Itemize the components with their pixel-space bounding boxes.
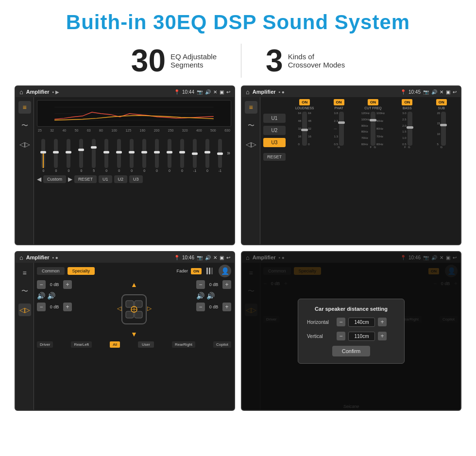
vert-minus-btn[interactable]: − (337, 332, 345, 340)
phat-slider[interactable] (339, 112, 344, 146)
prev-arrow-1[interactable]: ◀ (37, 176, 41, 183)
eq-number: 30 (131, 45, 166, 76)
window-icon-2[interactable]: ▣ (446, 89, 450, 95)
db-plus-bl[interactable]: + (63, 303, 72, 311)
record-icon-2: ▪ ● (279, 89, 285, 95)
u3-cross[interactable]: U3 (263, 138, 286, 147)
eq-bar-4[interactable]: 0 (76, 139, 87, 172)
u2-cross[interactable]: U2 (263, 126, 286, 135)
db-plus-br[interactable]: + (222, 303, 231, 311)
db-plus-tl[interactable]: + (63, 280, 72, 289)
rearleft-label[interactable]: RearLeft (71, 341, 92, 348)
eq-bar-14[interactable]: 0 (202, 139, 213, 172)
eq-bar-15[interactable]: -1 (214, 139, 225, 172)
back-icon-1[interactable]: ↩ (226, 89, 230, 95)
db-plus-tr[interactable]: + (222, 280, 231, 289)
eq-icon-1[interactable]: ≡ (18, 101, 31, 114)
db-minus-tl[interactable]: − (37, 280, 46, 289)
home-icon-2[interactable]: ⌂ (246, 88, 250, 96)
window-icon-1[interactable]: ▣ (220, 89, 224, 95)
eq-icon-3[interactable]: ≡ (18, 267, 31, 279)
down-arrow-fader[interactable]: ▼ (131, 330, 137, 338)
home-icon-3[interactable]: ⌂ (19, 254, 23, 261)
eq-bar-8[interactable]: 0 (126, 139, 137, 172)
record-icon-1: ▪ ▶ (52, 89, 59, 95)
user-label[interactable]: User (138, 341, 154, 348)
freq-320: 320 (182, 129, 188, 132)
confirm-button[interactable]: Confirm (332, 346, 371, 356)
loudness-slider[interactable] (302, 112, 307, 146)
u1-btn-1[interactable]: U1 (99, 175, 112, 183)
back-icon-3[interactable]: ↩ (226, 255, 230, 260)
freq-80: 80 (99, 129, 103, 132)
fader-on[interactable]: ON (191, 268, 202, 274)
close-icon-1[interactable]: ✕ (213, 89, 217, 95)
cutfreq-slider[interactable] (371, 112, 375, 146)
speaker-tr: 🔊 (196, 292, 204, 300)
db-minus-bl[interactable]: − (37, 303, 46, 311)
db-value-tr: 0 dB (207, 282, 221, 287)
db-minus-br[interactable]: − (196, 303, 205, 311)
eq-bar-9[interactable]: 0 (139, 139, 150, 172)
phat-toggle[interactable]: ON (334, 99, 344, 105)
distance-dialog: Car speaker distance setting Horizontal … (298, 299, 405, 364)
speaker-tl: 🔊 (37, 292, 45, 300)
eq-bar-7[interactable]: 0 (114, 139, 125, 172)
close-icon-3[interactable]: ✕ (213, 255, 217, 260)
vol-sidebar-icon-3[interactable]: ◁▷ (18, 304, 31, 316)
screen-4-distance: ⌂ Amplifier ▪ ● 📍 10:46 📷 🔊 ✕ ▣ ↩ ≡ (241, 251, 461, 411)
eq-bar-13[interactable]: -1 (189, 139, 200, 172)
sub-toggle[interactable]: ON (436, 99, 447, 105)
horiz-plus-btn[interactable]: + (378, 318, 387, 326)
back-icon-2[interactable]: ↩ (453, 89, 457, 95)
loudness-toggle[interactable]: ON (299, 99, 310, 105)
eq-bar-12[interactable]: 0 (176, 139, 187, 172)
speaker-bl: 🔊 (47, 292, 55, 300)
vert-plus-btn[interactable]: + (378, 332, 387, 340)
u3-btn-1[interactable]: U3 (129, 175, 143, 183)
phat-label: PHAT (335, 106, 343, 110)
up-arrow-fader[interactable]: ▲ (131, 281, 137, 288)
db-minus-tr[interactable]: − (196, 280, 205, 289)
reset-cross[interactable]: RESET (263, 153, 286, 161)
wave-icon-2[interactable]: 〜 (245, 119, 257, 132)
wave-icon-1[interactable]: 〜 (18, 119, 31, 132)
vertical-value: 110cm (348, 332, 375, 341)
reset-btn-1[interactable]: RESET (74, 175, 97, 183)
eq-bar-3[interactable]: 0 (63, 139, 74, 172)
window-icon-3[interactable]: ▣ (220, 255, 224, 260)
eq-bar-1[interactable]: 0 (38, 139, 49, 172)
camera-icon-1: 📷 (197, 89, 203, 95)
next-arrow-1[interactable]: ▶ (68, 176, 72, 183)
home-icon-1[interactable]: ⌂ (19, 88, 23, 96)
vol-sidebar-icon-1[interactable]: ◁▷ (18, 138, 31, 151)
vol-sidebar-icon-2[interactable]: ◁▷ (245, 138, 257, 151)
bass-toggle[interactable]: ON (402, 99, 412, 105)
bass-slider[interactable] (408, 112, 412, 146)
eq-bar-5[interactable]: 5 (88, 139, 100, 172)
copilot-label[interactable]: Copilot (213, 341, 231, 348)
sub-slider[interactable] (441, 112, 446, 146)
eq-bar-10[interactable]: 0 (152, 139, 163, 172)
specialty-mode-btn[interactable]: Specialty (68, 267, 95, 275)
u2-btn-1[interactable]: U2 (114, 175, 128, 183)
eq-bar-11[interactable]: 0 (164, 139, 175, 172)
common-mode-btn[interactable]: Common (37, 267, 65, 275)
svg-rect-6 (126, 311, 134, 318)
u1-cross[interactable]: U1 (263, 114, 286, 123)
cutfreq-toggle[interactable]: ON (368, 99, 378, 105)
eq-icon-2[interactable]: ≡ (245, 101, 257, 114)
camera-icon-2: 📷 (423, 89, 429, 95)
eq-bar-2[interactable]: 0 (51, 139, 62, 172)
custom-btn[interactable]: Custom (43, 175, 66, 183)
horiz-minus-btn[interactable]: − (337, 318, 345, 326)
eq-bar-6[interactable]: 0 (101, 139, 112, 172)
fader-label: Fader (176, 269, 188, 273)
close-icon-2[interactable]: ✕ (440, 89, 443, 95)
freq-125: 125 (125, 129, 131, 132)
all-label[interactable]: All (110, 341, 120, 348)
more-icon-1[interactable]: » (227, 150, 230, 156)
driver-label[interactable]: Driver (37, 341, 53, 348)
wave-icon-3[interactable]: 〜 (18, 285, 31, 298)
rearright-label[interactable]: RearRight (172, 341, 195, 348)
